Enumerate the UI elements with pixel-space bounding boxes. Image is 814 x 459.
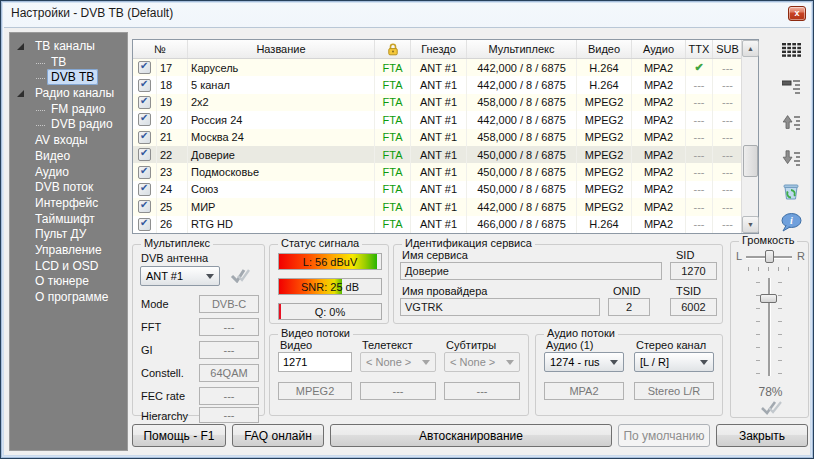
channel-audio-codec: MPA2 bbox=[632, 146, 686, 163]
faq-button[interactable]: FAQ онлайн bbox=[232, 424, 324, 447]
channel-number: 17 bbox=[157, 59, 188, 76]
table-row[interactable]: 25 МИР FTA ANT #1 442,000 / 8 / 6875 MPE… bbox=[133, 198, 743, 215]
tree-item-dvb-stream[interactable]: DVB поток bbox=[10, 180, 127, 196]
channel-name: Карусель bbox=[188, 59, 375, 76]
title-bar[interactable]: Настройки - DVB ТВ (Default) x bbox=[1, 1, 813, 27]
channel-video-codec: MPEG2 bbox=[577, 94, 632, 111]
table-header[interactable]: № Название Гнездо Мультиплекс Видео Ауди… bbox=[133, 40, 758, 59]
close-icon[interactable]: x bbox=[788, 6, 806, 21]
channel-checkbox[interactable] bbox=[133, 216, 157, 233]
header-num[interactable]: № bbox=[133, 40, 188, 58]
table-row[interactable]: 23 Подмосковье FTA ANT #1 450,000 / 8 / … bbox=[133, 163, 743, 180]
settings-dialog: Настройки - DVB ТВ (Default) x ТВ каналы… bbox=[0, 0, 814, 459]
channel-name: 2x2 bbox=[188, 94, 375, 111]
tree-item-interface[interactable]: Интерфейс bbox=[10, 196, 127, 212]
channel-checkbox[interactable] bbox=[133, 198, 157, 215]
channel-checkbox[interactable] bbox=[133, 94, 157, 111]
table-row[interactable]: 18 5 канал FTA ANT #1 442,000 / 8 / 6875… bbox=[133, 76, 743, 93]
header-ttx[interactable]: TTX bbox=[686, 40, 713, 58]
scroll-down-icon[interactable]: ▼ bbox=[742, 216, 759, 233]
scrollbar-thumb[interactable] bbox=[743, 145, 758, 177]
channel-multiplex: 442,000 / 8 / 6875 bbox=[467, 76, 577, 93]
move-up-button[interactable] bbox=[778, 109, 804, 135]
tree-item-radio-channels[interactable]: Радио каналы bbox=[10, 86, 127, 102]
header-multiplex[interactable]: Мультиплекс bbox=[467, 40, 577, 58]
service-name-field: Доверие bbox=[400, 262, 662, 280]
autoscan-button[interactable]: Автосканирование bbox=[330, 424, 612, 447]
teletext-info-field: --- bbox=[360, 382, 436, 400]
header-video[interactable]: Видео bbox=[577, 40, 632, 58]
apply-check-icon[interactable] bbox=[229, 268, 251, 283]
channel-checkbox[interactable] bbox=[133, 59, 157, 76]
tree-item-tv-channels[interactable]: ТВ каналы bbox=[10, 39, 127, 55]
antenna-label: DVB антенна bbox=[141, 252, 208, 264]
tree-item-about-program[interactable]: О программе bbox=[10, 290, 127, 306]
table-row[interactable]: 17 Карусель FTA ANT #1 442,000 / 8 / 687… bbox=[133, 59, 743, 76]
channel-checkbox[interactable] bbox=[133, 111, 157, 128]
param-label: Hierarchy bbox=[141, 410, 188, 422]
table-scrollbar[interactable]: ▲ ▼ bbox=[741, 40, 758, 233]
table-row[interactable]: 19 2x2 FTA ANT #1 458,000 / 8 / 6875 MPE… bbox=[133, 94, 743, 111]
scroll-up-icon[interactable]: ▲ bbox=[742, 40, 759, 57]
channel-video-codec: MPEG2 bbox=[577, 163, 632, 180]
channel-ttx: --- bbox=[686, 216, 713, 233]
channel-checkbox[interactable] bbox=[133, 129, 157, 146]
tree-item-about-tuner[interactable]: О тюнере bbox=[10, 274, 127, 290]
volume-slider[interactable] bbox=[768, 278, 770, 376]
table-row[interactable]: 20 Россия 24 FTA ANT #1 442,000 / 8 / 68… bbox=[133, 111, 743, 128]
channel-list-button[interactable] bbox=[778, 37, 804, 63]
header-name[interactable]: Название bbox=[188, 40, 375, 58]
checkbox-icon bbox=[138, 200, 151, 213]
info-button[interactable]: i bbox=[778, 209, 804, 235]
help-button[interactable]: Помощь - F1 bbox=[132, 424, 226, 447]
teletext-select: < None > bbox=[360, 352, 436, 372]
expander-icon[interactable] bbox=[17, 43, 24, 50]
channel-sub: --- bbox=[713, 129, 742, 146]
expander-icon[interactable] bbox=[17, 90, 24, 97]
param-label: FEC rate bbox=[141, 390, 185, 402]
audio-select[interactable]: 1274 - rus bbox=[544, 352, 624, 372]
recycle-bin-button[interactable] bbox=[778, 179, 804, 205]
channel-checkbox[interactable] bbox=[133, 146, 157, 163]
header-sub[interactable]: SUB bbox=[713, 40, 742, 58]
svg-text:i: i bbox=[790, 215, 793, 226]
video-pid-input[interactable]: 1271 bbox=[278, 352, 352, 372]
volume-check-icon[interactable] bbox=[759, 400, 783, 415]
channel-toolbar: i bbox=[776, 37, 808, 237]
tree-item-remote[interactable]: Пульт ДУ bbox=[10, 227, 127, 243]
tree-item-fm-radio[interactable]: FM радио bbox=[10, 102, 127, 118]
tree-item-dvb-radio[interactable]: DVB радио bbox=[10, 117, 127, 133]
close-button[interactable]: Закрыть bbox=[716, 424, 808, 447]
tree-item-video[interactable]: Видео bbox=[10, 149, 127, 165]
table-row[interactable]: 26 RTG HD FTA ANT #1 466,000 / 8 / 6875 … bbox=[133, 216, 743, 233]
volume-group: Громкость L R 78% bbox=[730, 241, 809, 418]
balance-thumb[interactable] bbox=[765, 250, 774, 263]
access-badge: FTA bbox=[375, 146, 411, 163]
access-badge: FTA bbox=[375, 181, 411, 198]
header-jack[interactable]: Гнездо bbox=[411, 40, 467, 58]
channel-checkbox[interactable] bbox=[133, 76, 157, 93]
table-row-selected[interactable]: 22 Доверие FTA ANT #1 450,000 / 8 / 6875… bbox=[133, 146, 743, 163]
lock-icon[interactable] bbox=[375, 40, 411, 58]
tree-item-timeshift[interactable]: Таймшифт bbox=[10, 212, 127, 228]
window-title: Настройки - DVB ТВ (Default) bbox=[11, 6, 173, 20]
tree-item-dvb-tv[interactable]: DVB ТВ bbox=[10, 70, 127, 86]
channel-checkbox[interactable] bbox=[133, 163, 157, 180]
header-audio[interactable]: Аудио bbox=[632, 40, 686, 58]
channel-sub: --- bbox=[713, 181, 742, 198]
remove-channel-button[interactable] bbox=[778, 73, 804, 99]
tree-item-lcd-osd[interactable]: LCD и OSD bbox=[10, 259, 127, 275]
tree-item-audio[interactable]: Аудио bbox=[10, 165, 127, 181]
tree-item-control[interactable]: Управление bbox=[10, 243, 127, 259]
stereo-select[interactable]: [L / R] bbox=[634, 352, 714, 372]
channel-checkbox[interactable] bbox=[133, 181, 157, 198]
tree-item-tv[interactable]: ТВ bbox=[10, 55, 127, 71]
channel-audio-codec: MPA2 bbox=[632, 198, 686, 215]
volume-thumb[interactable] bbox=[760, 294, 777, 303]
antenna-select[interactable]: ANT #1 bbox=[140, 266, 220, 286]
move-down-button[interactable] bbox=[778, 145, 804, 171]
video-codec-field: MPEG2 bbox=[278, 382, 352, 400]
tree-item-av-inputs[interactable]: AV входы bbox=[10, 133, 127, 149]
table-row[interactable]: 21 Москва 24 FTA ANT #1 458,000 / 8 / 68… bbox=[133, 129, 743, 146]
table-row[interactable]: 24 Союз FTA ANT #1 450,000 / 8 / 6875 MP… bbox=[133, 181, 743, 198]
